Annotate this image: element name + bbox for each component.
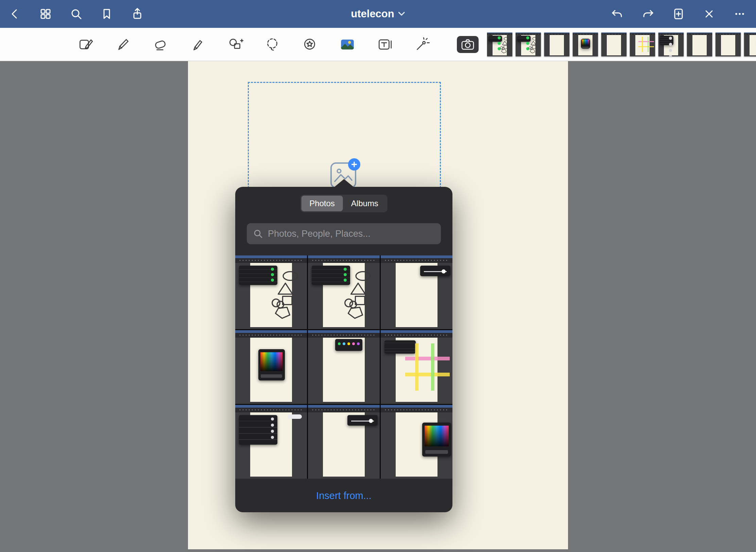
- bookmark-button[interactable]: [100, 7, 114, 21]
- page-thumbnail[interactable]: [544, 32, 570, 57]
- photo-thumbnail[interactable]: [381, 255, 452, 329]
- page-thumbnail[interactable]: [572, 32, 598, 57]
- page-thumbnail-strip: [487, 28, 756, 61]
- mini-shapes: [499, 37, 511, 54]
- photo-thumbnail[interactable]: [308, 330, 380, 404]
- mini-page: [550, 35, 564, 56]
- mini-navbar: [235, 330, 307, 333]
- redo-button[interactable]: [641, 7, 655, 21]
- canvas-area[interactable]: Photos Albums Insert from...: [0, 61, 756, 552]
- mini-navbar: [381, 330, 452, 333]
- pen-icon: [115, 36, 131, 53]
- thumbnail-preview: [544, 33, 569, 56]
- laser-pointer-button[interactable]: [413, 36, 431, 53]
- photo-thumbnail[interactable]: [308, 255, 380, 329]
- close-icon: [702, 7, 716, 21]
- insert-from-button[interactable]: Insert from...: [235, 479, 452, 512]
- shapes-tool-button[interactable]: [226, 36, 244, 53]
- thumbnail-preview: [658, 33, 684, 56]
- tab-albums[interactable]: Albums: [343, 196, 386, 211]
- picker-tab-control: Photos Albums: [300, 195, 388, 212]
- page-thumbnail[interactable]: [744, 32, 756, 57]
- laser-pointer-icon: [414, 36, 430, 53]
- mini-popRightSlider: [420, 266, 450, 276]
- mini-shapes: [342, 269, 375, 322]
- more-button[interactable]: [733, 7, 746, 21]
- image-tool-button[interactable]: [339, 36, 356, 53]
- mini-navbar: [381, 255, 452, 258]
- nav-left-group: [0, 7, 144, 21]
- thumbnail-preview: [630, 33, 655, 56]
- toolbar: [0, 28, 756, 61]
- camera-icon: [460, 37, 475, 52]
- thumbnail-preview: [516, 33, 541, 56]
- tab-photos[interactable]: Photos: [301, 196, 343, 211]
- text-tool-button[interactable]: [376, 36, 394, 53]
- share-button[interactable]: [131, 7, 144, 21]
- edit-mode-button[interactable]: [77, 36, 94, 53]
- mini-popLeftTall: [239, 415, 278, 445]
- redo-icon: [641, 7, 655, 21]
- eraser-tool-button[interactable]: [152, 36, 169, 53]
- page-thumbnail[interactable]: [687, 32, 712, 57]
- mini-toolbar: [235, 258, 307, 263]
- close-button[interactable]: [702, 7, 716, 21]
- lasso-tool-button[interactable]: [264, 36, 281, 53]
- thumbnail-preview: [381, 255, 452, 329]
- thumbnail-preview: [308, 330, 380, 404]
- photo-search-input[interactable]: [267, 228, 435, 239]
- plus-icon: [350, 161, 358, 168]
- thumbnail-preview: [716, 33, 741, 56]
- photo-search-bar[interactable]: [247, 223, 441, 244]
- mini-popLeftTall: [660, 36, 673, 45]
- photo-picker-popover: Photos Albums Insert from...: [235, 187, 452, 512]
- mini-toolbar: [381, 408, 452, 412]
- more-icon: [733, 7, 746, 21]
- page-thumbnail[interactable]: [515, 32, 541, 57]
- nav-right-group: [611, 7, 756, 21]
- mini-popRightSpectrum: [422, 423, 451, 457]
- add-page-icon: [672, 7, 685, 21]
- mini-pillTopRight: [288, 414, 302, 419]
- undo-icon: [611, 7, 624, 21]
- pen-tool-button[interactable]: [114, 36, 132, 53]
- camera-button[interactable]: [457, 36, 479, 53]
- page-thumbnail[interactable]: [487, 32, 513, 57]
- mini-shapes: [528, 37, 539, 54]
- photo-thumbnail[interactable]: [381, 405, 452, 479]
- undo-button[interactable]: [611, 7, 624, 21]
- thumbnail-preview: [687, 33, 712, 56]
- mini-page: [692, 35, 707, 56]
- page-thumbnail[interactable]: [715, 32, 741, 57]
- mini-page: [721, 35, 736, 56]
- photo-thumbnail[interactable]: [235, 330, 307, 404]
- mini-toolbar: [235, 408, 307, 412]
- add-page-button[interactable]: [672, 7, 685, 21]
- page-thumbnail[interactable]: [658, 32, 684, 57]
- back-button[interactable]: [8, 7, 22, 21]
- page-overview-icon: [39, 7, 52, 21]
- bookmark-icon: [100, 7, 114, 21]
- lasso-icon: [264, 36, 281, 53]
- mini-page: [750, 35, 756, 56]
- photo-thumbnail[interactable]: [235, 255, 307, 329]
- goodnotes-app: utelecon: [0, 0, 756, 552]
- search-button[interactable]: [69, 7, 83, 21]
- photo-thumbnail[interactable]: [235, 405, 307, 479]
- highlighter-tool-button[interactable]: [189, 36, 207, 53]
- back-icon: [8, 7, 22, 21]
- mini-toolbar: [381, 333, 452, 338]
- document-title[interactable]: utelecon: [351, 8, 405, 20]
- search-icon: [253, 229, 263, 239]
- shapes-icon: [227, 36, 243, 53]
- photo-thumbnail[interactable]: [381, 330, 452, 404]
- elements-tool-button[interactable]: [301, 36, 319, 53]
- page-thumbnail[interactable]: [630, 32, 655, 57]
- mini-toolbar: [308, 333, 380, 338]
- mini-toolbar: [308, 258, 380, 263]
- navigation-bar: utelecon: [0, 0, 756, 28]
- photo-thumbnail[interactable]: [308, 405, 380, 479]
- page-thumbnail[interactable]: [601, 32, 627, 57]
- page-overview-button[interactable]: [39, 7, 52, 21]
- photo-grid: [235, 255, 452, 479]
